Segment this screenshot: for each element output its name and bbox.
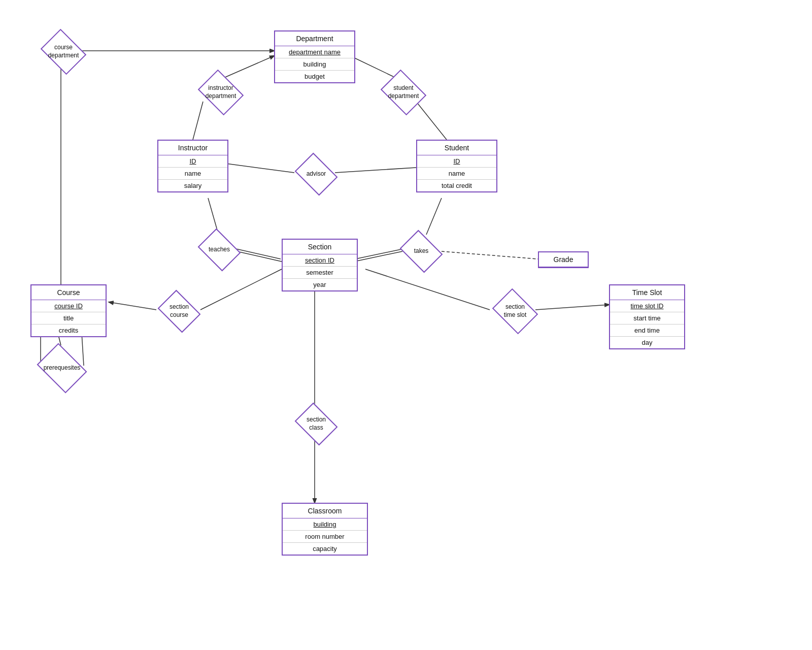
entity-course-attr-credits: credits: [31, 324, 106, 336]
rel-prerequesites: prerequesites: [37, 348, 87, 388]
svg-line-13: [355, 249, 403, 259]
entity-section: Section section ID semester year: [282, 239, 358, 291]
er-diagram: Department department name building budg…: [0, 0, 812, 650]
entity-student: Student ID name total credit: [416, 140, 497, 192]
entity-classroom-title: Classroom: [283, 504, 367, 518]
rel-teaches: teaches: [196, 232, 242, 268]
svg-line-7: [218, 162, 294, 173]
entity-timeslot: Time Slot time slot ID start time end ti…: [609, 284, 685, 349]
entity-classroom-attr-capacity: capacity: [283, 543, 367, 555]
entity-department-title: Department: [275, 31, 354, 46]
rel-takes: takes: [398, 234, 444, 269]
entity-section-attr-semester: semester: [283, 267, 357, 279]
rel-instructor-department: instructordepartment: [195, 72, 246, 113]
entity-grade: Grade: [538, 251, 589, 268]
entity-timeslot-attr-day: day: [610, 337, 684, 348]
entity-instructor-attr-id: ID: [158, 155, 227, 168]
entity-timeslot-attr-start: start time: [610, 312, 684, 324]
entity-timeslot-attr-id: time slot ID: [610, 300, 684, 312]
entity-instructor-attr-name: name: [158, 168, 227, 180]
entity-department: Department department name building budg…: [274, 30, 355, 83]
rel-section-timeslot: sectiontime slot: [490, 294, 540, 329]
entity-instructor-title: Instructor: [158, 141, 227, 155]
entity-course-attr-id: course ID: [31, 300, 106, 312]
rel-advisor: advisor: [293, 156, 339, 192]
rel-student-department: studentdepartment: [378, 72, 429, 113]
entity-classroom-attr-building: building: [283, 518, 367, 531]
entity-timeslot-attr-end: end time: [610, 324, 684, 337]
svg-line-11: [237, 251, 282, 262]
entity-student-attr-name: name: [417, 168, 496, 180]
svg-line-12: [426, 198, 442, 235]
entity-instructor-attr-salary: salary: [158, 180, 227, 191]
entity-section-attr-id: section ID: [283, 254, 357, 267]
svg-line-15: [442, 251, 538, 259]
svg-line-19: [535, 305, 609, 310]
entity-student-title: Student: [417, 141, 496, 155]
entity-section-attr-year: year: [283, 279, 357, 290]
svg-line-8: [335, 168, 416, 173]
rel-section-course: sectioncourse: [156, 294, 202, 329]
entity-department-attr-budget: budget: [275, 71, 354, 82]
svg-line-17: [109, 302, 156, 310]
entity-department-attr-building: building: [275, 58, 354, 71]
entity-classroom-attr-room: room number: [283, 531, 367, 543]
svg-line-10: [236, 249, 281, 259]
svg-line-14: [354, 251, 402, 262]
entity-course: Course course ID title credits: [30, 284, 107, 337]
entity-course-attr-title: title: [31, 312, 106, 324]
entity-instructor: Instructor ID name salary: [157, 140, 228, 192]
entity-section-title: Section: [283, 240, 357, 254]
entity-course-title: Course: [31, 285, 106, 300]
svg-line-16: [200, 269, 282, 310]
rel-section-class: sectionclass: [293, 406, 339, 442]
svg-line-18: [365, 269, 490, 310]
entity-student-attr-id: ID: [417, 155, 496, 168]
entity-department-attr-deptname: department name: [275, 46, 354, 58]
entity-student-attr-credits: total credit: [417, 180, 496, 191]
entity-classroom: Classroom building room number capacity: [282, 503, 368, 556]
entity-grade-title: Grade: [539, 252, 588, 267]
entity-timeslot-title: Time Slot: [610, 285, 684, 300]
rel-course-department: coursedepartment: [38, 31, 89, 72]
